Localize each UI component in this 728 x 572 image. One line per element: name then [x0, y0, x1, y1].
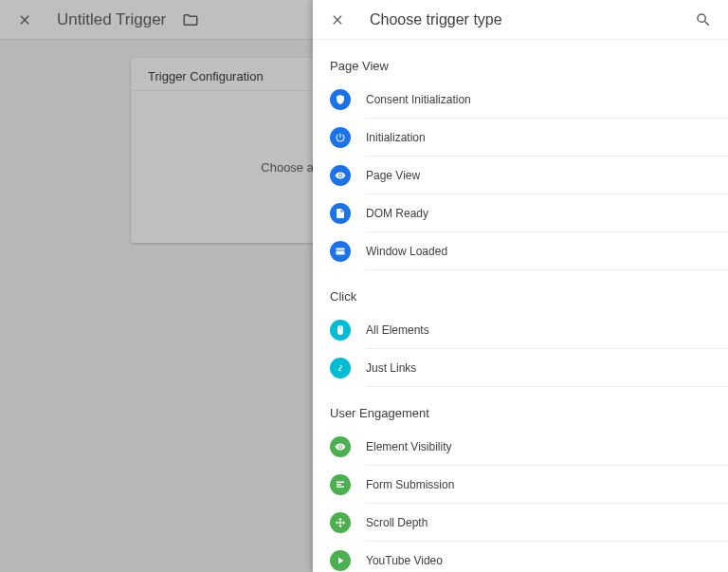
form-icon [330, 474, 351, 495]
search-icon[interactable] [692, 9, 715, 31]
trigger-type-label: Element Visibility [366, 428, 728, 466]
trigger-type-item[interactable]: Scroll Depth [330, 504, 728, 542]
trigger-type-label: Just Links [366, 349, 728, 387]
window-icon [330, 241, 351, 262]
document-icon [330, 203, 351, 224]
trigger-type-label: YouTube Video [366, 542, 728, 572]
power-icon [330, 127, 351, 148]
trigger-type-item[interactable]: Window Loaded [330, 232, 728, 270]
panel-header: Choose trigger type [313, 0, 728, 40]
scroll-icon [330, 512, 351, 533]
close-icon[interactable] [326, 9, 349, 31]
section-label: Page View [330, 59, 728, 73]
trigger-type-label: Initialization [366, 119, 728, 157]
trigger-type-label: Page View [366, 157, 728, 194]
trigger-type-item[interactable]: All Elements [330, 311, 728, 349]
trigger-type-label: Scroll Depth [366, 504, 728, 542]
trigger-type-label: Window Loaded [366, 232, 728, 270]
trigger-type-item[interactable]: YouTube Video [330, 542, 728, 572]
trigger-type-label: Form Submission [366, 466, 728, 504]
eye-icon [330, 436, 351, 457]
trigger-type-item[interactable]: DOM Ready [330, 194, 728, 232]
trigger-type-item[interactable]: Form Submission [330, 466, 728, 504]
trigger-type-panel: Choose trigger type Page ViewConsent Ini… [313, 0, 728, 572]
trigger-type-item[interactable]: Page View [330, 157, 728, 194]
trigger-type-item[interactable]: Initialization [330, 119, 728, 157]
eye-icon [330, 165, 351, 186]
play-icon [330, 550, 351, 571]
link-icon [330, 358, 351, 378]
trigger-type-item[interactable]: Consent Initialization [330, 81, 728, 119]
section-label: User Engagement [330, 406, 728, 420]
shield-icon [330, 89, 351, 110]
trigger-type-item[interactable]: Element Visibility [330, 428, 728, 466]
trigger-type-label: All Elements [366, 311, 728, 349]
trigger-type-item[interactable]: Just Links [330, 349, 728, 387]
mouse-icon [330, 320, 351, 341]
trigger-type-label: Consent Initialization [366, 81, 728, 119]
trigger-type-label: DOM Ready [366, 194, 728, 232]
panel-title: Choose trigger type [370, 11, 671, 28]
section-label: Click [330, 289, 728, 304]
